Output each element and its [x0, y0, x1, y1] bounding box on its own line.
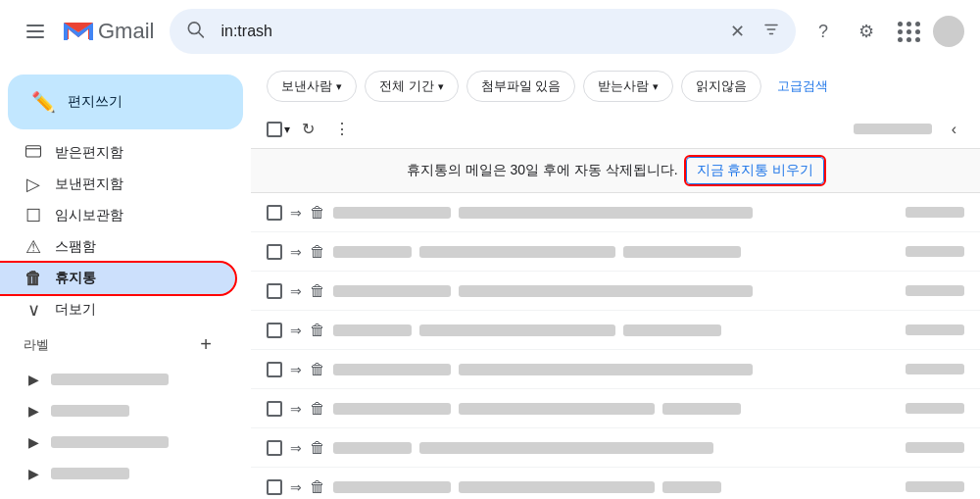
email-row[interactable]: ⇒ 🗑 [251, 468, 980, 499]
chevron-down-icon-2: ▾ [438, 80, 444, 93]
search-clear-button[interactable]: ✕ [726, 17, 749, 46]
help-button[interactable]: ? [804, 12, 843, 51]
email-time [906, 285, 964, 296]
email-time [906, 207, 964, 218]
delete-icon[interactable]: 🗑 [310, 282, 325, 300]
subject-preview [419, 324, 615, 336]
label-arrow-2: ▶ [24, 403, 43, 419]
label-text-4 [51, 468, 129, 479]
trash-info-message: 휴지통의 메일은 30일 후에 자동 삭제됩니다. [407, 162, 678, 179]
delete-icon[interactable]: 🗑 [310, 243, 325, 261]
drafts-icon: ☐ [24, 205, 43, 226]
email-checkbox[interactable] [267, 479, 282, 495]
label-item-5[interactable]: ▶ [0, 489, 251, 499]
delete-icon[interactable]: 🗑 [310, 400, 325, 418]
email-checkbox[interactable] [267, 323, 282, 338]
hamburger-button[interactable] [16, 12, 55, 51]
svg-line-6 [199, 32, 204, 37]
inbox-label: 받은편지함 [55, 144, 123, 162]
inbox-icon [24, 142, 43, 165]
settings-button[interactable]: ⚙ [847, 12, 886, 51]
forward-icon: ⇒ [290, 283, 302, 299]
delete-icon[interactable]: 🗑 [310, 204, 325, 222]
advanced-search-link[interactable]: 고급검색 [769, 72, 836, 101]
more-options-button[interactable]: ⋮ [326, 114, 358, 144]
compose-button[interactable]: ✏️ 편지쓰기 [8, 75, 243, 129]
sidebar-item-spam[interactable]: ⚠ 스팸함 [0, 231, 235, 263]
filter-attachment-button[interactable]: 첨부파일 있음 [466, 71, 576, 102]
forward-icon: ⇒ [290, 323, 302, 338]
filter-from-button[interactable]: 보낸사람 ▾ [267, 71, 357, 102]
sidebar-item-more[interactable]: ∨ 더보기 [0, 294, 235, 325]
email-checkbox[interactable] [267, 401, 282, 417]
filter-to-button[interactable]: 받는사람 ▾ [583, 71, 673, 102]
label-item-3[interactable]: ▶ [0, 426, 251, 458]
delete-icon[interactable]: 🗑 [310, 361, 325, 378]
avatar[interactable] [933, 16, 964, 47]
gmail-logo-text: Gmail [98, 19, 154, 44]
sender-name [333, 285, 451, 297]
email-right [906, 324, 964, 335]
email-row[interactable]: ⇒ 🗑 [251, 428, 980, 468]
sidebar-item-trash[interactable]: 🗑 휴지통 [0, 263, 235, 294]
email-checkbox[interactable] [267, 205, 282, 221]
preview-text [662, 481, 721, 493]
prev-page-button[interactable]: ‹ [944, 115, 964, 144]
email-content [333, 442, 898, 454]
apps-button[interactable] [890, 12, 929, 51]
email-time [906, 442, 964, 453]
search-input[interactable] [170, 9, 796, 54]
preview-text [623, 324, 721, 336]
email-row[interactable]: ⇒ 🗑 [251, 350, 980, 389]
select-all-chevron[interactable]: ▾ [284, 123, 290, 136]
email-row[interactable]: ⇒ 🗑 [251, 311, 980, 350]
email-content [333, 285, 898, 297]
email-row[interactable]: ⇒ 🗑 [251, 272, 980, 311]
sidebar-item-inbox[interactable]: 받은편지함 [0, 137, 235, 169]
sidebar-item-sent[interactable]: ▷ 보낸편지함 [0, 169, 235, 200]
preview-text [662, 403, 741, 415]
chevron-down-icon-3: ▾ [653, 80, 659, 93]
sent-icon: ▷ [24, 174, 43, 195]
trash-icon: 🗑 [24, 269, 43, 289]
preview-text [623, 246, 741, 258]
select-all-checkbox[interactable] [267, 122, 282, 137]
email-row[interactable]: ⇒ 🗑 [251, 232, 980, 272]
subject-preview [419, 246, 615, 258]
subject-preview [459, 481, 655, 493]
label-item-4[interactable]: ▶ [0, 458, 251, 489]
top-bar: Gmail ✕ ? ⚙ [0, 0, 980, 63]
subject-preview [459, 403, 655, 415]
email-row[interactable]: ⇒ 🗑 [251, 389, 980, 428]
delete-icon[interactable]: 🗑 [310, 478, 325, 496]
delete-icon[interactable]: 🗑 [310, 439, 325, 457]
search-options-button[interactable] [759, 17, 784, 46]
forward-icon: ⇒ [290, 479, 302, 495]
filter-unread-button[interactable]: 읽지않음 [681, 71, 761, 102]
refresh-button[interactable]: ↻ [294, 114, 322, 144]
email-checkbox[interactable] [267, 244, 282, 260]
add-label-button[interactable]: + [200, 333, 212, 356]
subject-preview [419, 442, 713, 454]
email-list: ⇒ 🗑 ⇒ 🗑 [251, 193, 980, 499]
subject-preview [459, 285, 753, 297]
more-icon: ∨ [24, 299, 43, 321]
email-content [333, 324, 898, 336]
svg-rect-2 [26, 36, 44, 38]
delete-icon[interactable]: 🗑 [310, 322, 325, 339]
email-checkbox[interactable] [267, 440, 282, 456]
label-item-2[interactable]: ▶ [0, 395, 251, 426]
filter-bar: 보낸사람 ▾ 전체 기간 ▾ 첨부파일 있음 받는사람 ▾ 읽지않음 고급검색 [251, 63, 980, 110]
email-row[interactable]: ⇒ 🗑 [251, 193, 980, 232]
label-item-1[interactable]: ▶ [0, 364, 251, 395]
filter-period-button[interactable]: 전체 기간 ▾ [365, 71, 459, 102]
svg-rect-0 [26, 25, 44, 26]
sidebar-item-drafts[interactable]: ☐ 임시보관함 [0, 200, 235, 231]
email-right [906, 403, 964, 414]
email-content [333, 481, 898, 493]
forward-icon: ⇒ [290, 401, 302, 417]
email-checkbox[interactable] [267, 283, 282, 299]
email-checkbox[interactable] [267, 362, 282, 377]
empty-trash-button[interactable]: 지금 휴지통 비우기 [686, 157, 825, 184]
forward-icon: ⇒ [290, 440, 302, 456]
